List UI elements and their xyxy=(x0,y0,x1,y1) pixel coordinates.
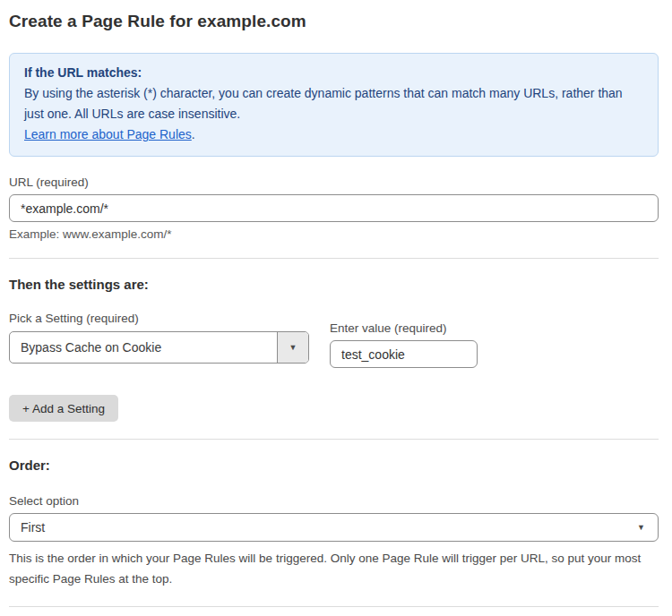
learn-more-link[interactable]: Learn more about Page Rules xyxy=(24,127,192,141)
add-setting-button[interactable]: + Add a Setting xyxy=(9,395,118,422)
setting-value-column: Enter value (required) xyxy=(330,321,478,368)
divider xyxy=(9,439,659,440)
setting-dropdown[interactable]: Bypass Cache on Cookie ▼ xyxy=(9,331,309,364)
page-rule-form: Create a Page Rule for example.com If th… xyxy=(0,0,672,616)
link-suffix: . xyxy=(192,127,195,141)
settings-section-heading: Then the settings are: xyxy=(9,277,659,292)
url-field-label: URL (required) xyxy=(9,175,659,189)
url-example-hint: Example: www.example.com/* xyxy=(9,227,659,241)
setting-value-label: Enter value (required) xyxy=(330,321,478,335)
setting-picker-label: Pick a Setting (required) xyxy=(9,312,309,325)
setting-value-input[interactable] xyxy=(330,340,478,368)
page-title: Create a Page Rule for example.com xyxy=(9,0,659,31)
chevron-down-icon: ▼ xyxy=(637,523,645,532)
info-box-body: By using the asterisk (*) character, you… xyxy=(24,83,643,124)
url-match-info-box: If the URL matches: By using the asteris… xyxy=(9,53,659,157)
settings-row: Pick a Setting (required) Bypass Cache o… xyxy=(9,312,659,368)
order-select[interactable]: First ▼ xyxy=(9,513,659,542)
url-input[interactable] xyxy=(9,194,659,222)
divider xyxy=(9,606,659,607)
order-select-label: Select option xyxy=(9,494,659,508)
order-section-heading: Order: xyxy=(9,458,659,473)
setting-picker-column: Pick a Setting (required) Bypass Cache o… xyxy=(9,312,309,368)
setting-dropdown-value: Bypass Cache on Cookie xyxy=(10,332,277,363)
divider xyxy=(9,258,659,259)
order-select-value: First xyxy=(21,520,45,535)
info-box-link-line: Learn more about Page Rules. xyxy=(24,124,643,145)
order-help-text: This is the order in which your Page Rul… xyxy=(9,548,659,589)
info-box-heading: If the URL matches: xyxy=(24,63,643,83)
chevron-down-icon[interactable]: ▼ xyxy=(277,332,308,363)
